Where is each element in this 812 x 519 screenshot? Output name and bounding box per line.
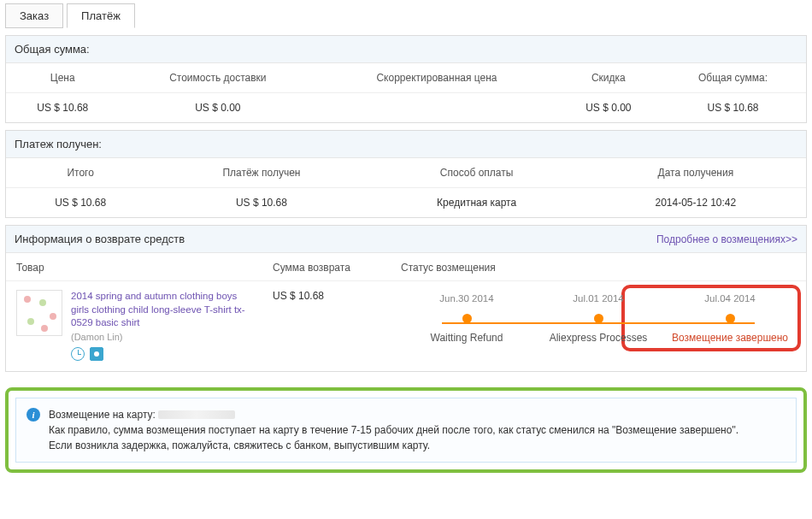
info-line3: Если возникла задержка, пожалуйста, свяж…: [49, 438, 738, 453]
panel-refund: Информация о возврате средств Подробнее …: [5, 225, 807, 372]
timeline-label-2: Возмещение завершено: [664, 332, 796, 344]
panel-received: Платеж получен: Итого Платёж получен Спо…: [5, 130, 807, 218]
panel-refund-title: Информация о возврате средств: [15, 233, 185, 245]
td-price: US $ 10.68: [6, 93, 120, 123]
tabs: Заказ Платёж: [5, 3, 807, 28]
td-adjusted: [316, 93, 557, 123]
td-shipping: US $ 0.00: [120, 93, 317, 123]
camera-icon[interactable]: [90, 347, 103, 361]
tab-order[interactable]: Заказ: [5, 3, 63, 28]
td-received: US $ 10.68: [155, 188, 368, 218]
col-status: Статус возмещения: [401, 262, 796, 274]
td-discount: US $ 0.00: [557, 93, 660, 123]
tab-payment[interactable]: Платёж: [67, 3, 135, 28]
product-thumbnail[interactable]: [16, 290, 62, 336]
timeline-date-2: Jul.04 2014: [664, 293, 796, 314]
panel-received-title: Платеж получен:: [6, 131, 806, 158]
panel-total: Общая сумма: Цена Стоимость доставки Ско…: [5, 35, 807, 123]
td-total: US $ 10.68: [660, 93, 806, 123]
timeline-label-1: Aliexpress Processes: [533, 332, 664, 344]
refund-amount: US $ 10.68: [273, 290, 401, 302]
seller-name: (Damon Lin): [71, 332, 250, 342]
th-method: Способ оплаты: [368, 158, 585, 188]
th-subtotal: Итого: [6, 158, 155, 188]
td-subtotal: US $ 10.68: [6, 188, 155, 218]
th-total: Общая сумма:: [660, 63, 806, 93]
td-date: 2014-05-12 10:42: [585, 188, 806, 218]
total-table: Цена Стоимость доставки Скорректированна…: [6, 63, 806, 122]
th-adjusted: Скорректированная цена: [316, 63, 557, 93]
highlight-green-box: i Возмещение на карту: Как правило, сумм…: [5, 387, 807, 473]
info-line2: Как правило, сумма возмещения поступает …: [49, 422, 738, 438]
th-date: Дата получения: [585, 158, 806, 188]
timeline-line: [442, 322, 755, 324]
th-price: Цена: [6, 63, 120, 93]
th-received: Платёж получен: [155, 158, 368, 188]
td-method: Кредитная карта: [368, 188, 585, 218]
product-link[interactable]: 2014 spring and autumn clothing boys gir…: [71, 290, 250, 330]
received-table: Итого Платёж получен Способ оплаты Дата …: [6, 158, 806, 217]
info-icon: i: [26, 408, 40, 422]
refund-details-link[interactable]: Подробнее о возмещениях>>: [656, 233, 797, 245]
refund-row: 2014 spring and autumn clothing boys gir…: [6, 281, 806, 371]
refund-timeline: Jun.30 2014 Jul.01 2014 Jul.04 2014 Wait…: [401, 293, 796, 344]
col-product: Товар: [16, 262, 273, 274]
redacted-card-number: [158, 410, 235, 419]
clock-icon[interactable]: [71, 347, 85, 361]
info-line1-prefix: Возмещение на карту:: [49, 409, 158, 421]
panel-total-title: Общая сумма:: [6, 36, 806, 63]
th-shipping: Стоимость доставки: [120, 63, 317, 93]
col-amount: Сумма возврата: [273, 262, 401, 274]
info-box: i Возмещение на карту: Как правило, сумм…: [15, 398, 797, 463]
timeline-label-0: Waitting Refund: [401, 332, 533, 344]
th-discount: Скидка: [557, 63, 660, 93]
timeline-date-0: Jun.30 2014: [401, 293, 533, 314]
timeline-date-1: Jul.01 2014: [533, 293, 664, 314]
